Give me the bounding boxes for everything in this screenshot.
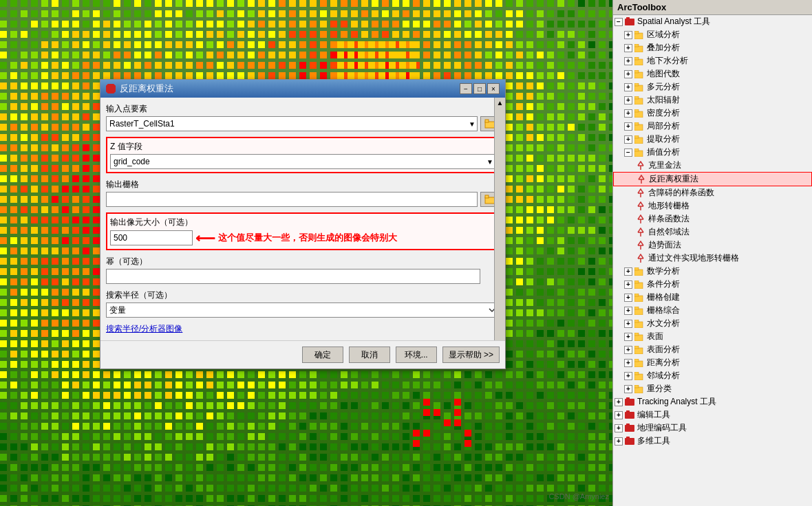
svg-rect-63 bbox=[626, 424, 630, 426]
svg-rect-18 bbox=[634, 138, 643, 144]
tracking-expand[interactable]: + bbox=[615, 398, 623, 406]
cancel-button[interactable]: 取消 bbox=[349, 346, 390, 363]
midu-expand[interactable]: + bbox=[624, 109, 632, 118]
shuxue-expand[interactable]: + bbox=[624, 267, 632, 276]
spatial-analyst-root[interactable]: − Spatial Analyst 工具 bbox=[613, 15, 812, 28]
tree-item-tongguo[interactable]: 通过文件实现地形转栅格 bbox=[613, 252, 812, 265]
tree-item-langechuang[interactable]: + 栅格创建 bbox=[613, 291, 812, 304]
tree-item-zhongfenlei[interactable]: + 重分类 bbox=[613, 382, 812, 395]
biaomian-expand[interactable]: + bbox=[624, 333, 632, 341]
julifen-label: 距离分析 bbox=[647, 357, 680, 368]
output-raster-label: 输出栅格 bbox=[106, 179, 500, 190]
tree-item-langezong[interactable]: + 栅格综合 bbox=[613, 304, 812, 317]
tree-item-duoyuan[interactable]: + 多元分析 bbox=[613, 80, 812, 94]
confirm-button[interactable]: 确定 bbox=[302, 346, 343, 363]
tree-item-die-jia[interactable]: + 叠加分析 bbox=[613, 41, 812, 54]
geocoding-expand[interactable]: + bbox=[615, 424, 623, 432]
dixia-expand[interactable]: + bbox=[624, 57, 632, 65]
tree-item-biaomian[interactable]: + 表面 bbox=[613, 330, 812, 343]
fanjuli-label: 反距离权重法 bbox=[649, 173, 698, 185]
output-cell-input[interactable] bbox=[110, 230, 193, 245]
tree-item-tiqu[interactable]: + 提取分析 bbox=[613, 133, 812, 146]
tree-item-chazhi[interactable]: − 插值分析 bbox=[613, 146, 812, 159]
linyufen-label: 邻域分析 bbox=[647, 370, 680, 382]
jubu-expand[interactable]: + bbox=[624, 122, 632, 131]
z-field-input[interactable]: grid_code ▼ bbox=[110, 154, 495, 169]
shuiwen-expand[interactable]: + bbox=[624, 320, 632, 328]
qu-yu-expand[interactable]: + bbox=[624, 31, 632, 39]
tree-item-kelijin[interactable]: 克里金法 bbox=[613, 159, 812, 172]
fanjuli-icon bbox=[636, 174, 647, 185]
tree-item-tiaojian[interactable]: + 条件分析 bbox=[613, 278, 812, 291]
environment-button[interactable]: 环境... bbox=[396, 346, 437, 363]
output-cell-label: 输出像元大小（可选） bbox=[110, 217, 495, 228]
langezong-expand[interactable]: + bbox=[624, 307, 632, 315]
tree-item-dixingzhu[interactable]: 地形转栅格 bbox=[613, 199, 812, 212]
svg-rect-10 bbox=[634, 85, 643, 91]
julifen-expand[interactable]: + bbox=[624, 359, 632, 367]
tree-item-taiyang[interactable]: + 太阳辐射 bbox=[613, 94, 812, 107]
svg-rect-65 bbox=[626, 437, 630, 439]
show-help-button[interactable]: 显示帮助 >> bbox=[442, 346, 500, 363]
svg-rect-43 bbox=[634, 294, 639, 296]
taiyang-expand[interactable]: + bbox=[624, 96, 632, 104]
linyufen-expand[interactable]: + bbox=[624, 372, 632, 380]
tree-item-shuiwen[interactable]: + 水文分析 bbox=[613, 317, 812, 330]
duoyuan-expand[interactable]: + bbox=[624, 83, 632, 91]
minimize-button[interactable]: − bbox=[460, 83, 472, 94]
close-button[interactable]: × bbox=[487, 83, 500, 94]
spatial-analyst-expand[interactable]: − bbox=[615, 18, 623, 26]
multi-tools-root[interactable]: + 多维工具 bbox=[613, 434, 812, 448]
restore-button[interactable]: □ bbox=[473, 83, 486, 94]
dituda-expand[interactable]: + bbox=[624, 70, 632, 78]
tree-item-shuxue[interactable]: + 数学分析 bbox=[613, 265, 812, 278]
multi-expand[interactable]: + bbox=[615, 437, 623, 446]
search-radius-dropdown[interactable]: 变量 bbox=[106, 302, 500, 318]
die-jia-expand[interactable]: + bbox=[624, 44, 632, 52]
tree-item-julifen[interactable]: + 距离分析 bbox=[613, 356, 812, 369]
tree-item-fanjuli[interactable]: 反距离权重法 bbox=[613, 172, 812, 186]
geocoding-tools-root[interactable]: + 地理编码工具 bbox=[613, 421, 812, 434]
tree-item-qushi[interactable]: 趋势面法 bbox=[613, 239, 812, 252]
tree-item-yangtiao[interactable]: 样条函数法 bbox=[613, 212, 812, 226]
langechuang-expand[interactable]: + bbox=[624, 294, 632, 302]
dialog-titlebar: 反距离权重法 − □ × bbox=[100, 80, 505, 98]
langechuang-label: 栅格创建 bbox=[647, 292, 680, 303]
svg-rect-14 bbox=[634, 111, 643, 118]
svg-rect-60 bbox=[625, 412, 634, 419]
tree-item-dixia[interactable]: + 地下水分析 bbox=[613, 54, 812, 67]
scroll-indicator[interactable]: ▲ bbox=[494, 98, 505, 340]
tree-item-jubu[interactable]: + 局部分析 bbox=[613, 120, 812, 133]
svg-rect-4 bbox=[634, 46, 643, 52]
tree-item-linyufen[interactable]: + 邻域分析 bbox=[613, 369, 812, 382]
power-input[interactable] bbox=[106, 269, 480, 284]
tree-item-midu[interactable]: + 密度分析 bbox=[613, 107, 812, 120]
tracking-analyst-root[interactable]: + Tracking Analyst 工具 bbox=[613, 395, 812, 408]
tree-item-hanzhan[interactable]: 含障碍的样条函数 bbox=[613, 186, 812, 199]
tree-item-biaomianfen[interactable]: + 表面分析 bbox=[613, 343, 812, 356]
tree-item-qu-yu[interactable]: + 区域分析 bbox=[613, 28, 812, 41]
scroll-up-arrow[interactable]: ▲ bbox=[495, 98, 505, 108]
tree-item-dituda[interactable]: + 地图代数 bbox=[613, 67, 812, 80]
svg-rect-56 bbox=[634, 387, 643, 393]
search-radius-group: 搜索半径（可选） 变量 bbox=[106, 289, 500, 318]
biaomianfen-expand[interactable]: + bbox=[624, 346, 632, 354]
svg-rect-39 bbox=[634, 267, 639, 270]
editing-expand[interactable]: + bbox=[615, 411, 623, 419]
shuiwen-label: 水文分析 bbox=[647, 318, 680, 329]
tiaojian-expand[interactable]: + bbox=[624, 280, 632, 289]
qu-yu-label: 区域分析 bbox=[647, 29, 680, 41]
nav-link[interactable]: 搜索半径/分析器图像 bbox=[106, 324, 182, 333]
tiqu-expand[interactable]: + bbox=[624, 135, 632, 144]
editing-tools-root[interactable]: + 编辑工具 bbox=[613, 408, 812, 421]
yangtiao-label: 样条函数法 bbox=[648, 213, 690, 225]
tree-item-ziran[interactable]: 自然邻域法 bbox=[613, 226, 812, 239]
zhongfenlei-expand[interactable]: + bbox=[624, 385, 632, 393]
svg-rect-69 bbox=[485, 195, 489, 198]
output-raster-input[interactable]: E:\Work_GIS\IDW_500 bbox=[106, 192, 478, 207]
dialog-controls: − □ × bbox=[460, 83, 500, 94]
svg-rect-50 bbox=[634, 348, 643, 354]
input-point-group: 输入点要素 RasterT_CellSta1 ▼ bbox=[106, 103, 500, 131]
chazhi-expand[interactable]: − bbox=[624, 148, 632, 157]
input-point-input[interactable]: RasterT_CellSta1 ▼ bbox=[106, 116, 478, 131]
